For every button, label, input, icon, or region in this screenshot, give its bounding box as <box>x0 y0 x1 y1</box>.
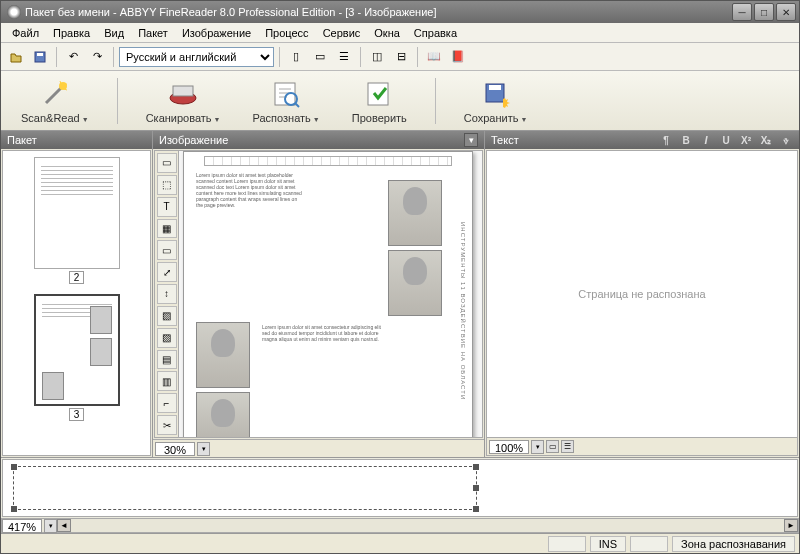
toolbar-separator <box>360 47 361 67</box>
menubar: Файл Правка Вид Пакет Изображение Процес… <box>1 23 799 43</box>
underline-icon[interactable]: U <box>719 133 733 147</box>
menu-windows[interactable]: Окна <box>367 25 407 41</box>
menu-view[interactable]: Вид <box>97 25 131 41</box>
app-icon <box>7 5 21 19</box>
toolbar-separator <box>435 78 436 124</box>
image-viewport[interactable]: Lorem ipsum dolor sit amet text placehol… <box>179 151 482 437</box>
text-zoom-bar: 100% ▾ ▭ ☰ <box>487 437 797 455</box>
image-zoom-value[interactable]: 30% <box>155 442 195 456</box>
detail-zoom-value[interactable]: 417% <box>2 519 42 533</box>
language-select[interactable]: Русский и английский <box>119 47 274 67</box>
dict-icon[interactable]: 📖 <box>423 46 445 68</box>
menu-file[interactable]: Файл <box>5 25 46 41</box>
crop-handle[interactable] <box>473 506 479 512</box>
minimize-button[interactable]: ─ <box>732 3 752 21</box>
splith-icon[interactable]: ⊟ <box>390 46 412 68</box>
menu-edit[interactable]: Правка <box>46 25 97 41</box>
layout3-icon[interactable]: ☰ <box>333 46 355 68</box>
image-zoom-bar: 30% ▾ <box>153 439 484 457</box>
toolbar-separator <box>117 78 118 124</box>
crop-frame[interactable] <box>13 466 477 510</box>
undo-icon[interactable]: ↶ <box>62 46 84 68</box>
save-button[interactable]: Сохранить▼ <box>460 76 532 126</box>
tool-text[interactable]: T <box>157 197 177 217</box>
zoom-dropdown-icon[interactable]: ▾ <box>531 440 544 454</box>
text-header: Текст ¶ B I U X² X₂ ⎀ <box>485 131 799 149</box>
tool-add1[interactable]: ▧ <box>157 306 177 326</box>
scroll-left-icon[interactable]: ◄ <box>57 519 71 532</box>
save-icon[interactable] <box>29 46 51 68</box>
save-label: Сохранить <box>464 112 519 124</box>
super-icon[interactable]: X² <box>739 133 753 147</box>
bold-icon[interactable]: B <box>679 133 693 147</box>
crop-handle[interactable] <box>473 464 479 470</box>
tool-addh[interactable]: ▤ <box>157 350 177 370</box>
tool-eraser[interactable]: ✂ <box>157 415 177 435</box>
open-icon[interactable] <box>5 46 27 68</box>
tool-add2[interactable]: ▨ <box>157 328 177 348</box>
check-icon <box>363 78 395 110</box>
crop-handle[interactable] <box>11 506 17 512</box>
zoom-dropdown-icon[interactable]: ▾ <box>44 519 57 533</box>
maximize-button[interactable]: □ <box>754 3 774 21</box>
toolbar-separator <box>417 47 418 67</box>
detail-viewport[interactable] <box>2 459 798 517</box>
window-title: Пакет без имени - ABBYY FineReader 8.0 P… <box>25 6 732 18</box>
vertical-caption: ИНСТРУМЕНТЫ 11 ВОЗДЕЙСТВИЕ НА ОБЛАСТИ <box>452 182 466 437</box>
scanread-label: Scan&Read <box>21 112 80 124</box>
check-button[interactable]: Проверить <box>348 76 411 126</box>
status-empty <box>630 536 668 552</box>
format-icon[interactable]: ⎀ <box>779 133 793 147</box>
menu-packet[interactable]: Пакет <box>131 25 175 41</box>
menu-image[interactable]: Изображение <box>175 25 258 41</box>
italic-icon[interactable]: I <box>699 133 713 147</box>
packet-thumbnails[interactable]: 2 3 <box>2 150 151 456</box>
zoom-dropdown-icon[interactable]: ▾ <box>197 442 210 456</box>
thumbnail-3[interactable]: 3 <box>9 294 144 421</box>
view-mode1-icon[interactable]: ▭ <box>546 440 559 453</box>
tool-image[interactable]: ▭ <box>157 240 177 260</box>
recognize-button[interactable]: Распознать▼ <box>249 76 324 126</box>
sub-icon[interactable]: X₂ <box>759 133 773 147</box>
svg-point-2 <box>59 82 67 90</box>
thumbnail-2[interactable]: 2 <box>9 157 144 284</box>
tool-del[interactable]: ▥ <box>157 371 177 391</box>
text-zoom-value[interactable]: 100% <box>489 440 529 454</box>
scan-label: Сканировать <box>146 112 212 124</box>
scan-button[interactable]: Сканировать▼ <box>142 76 225 126</box>
check-label: Проверить <box>352 112 407 124</box>
nonprint-icon[interactable]: ¶ <box>659 133 673 147</box>
scanread-button[interactable]: Scan&Read▼ <box>17 76 93 126</box>
view-mode2-icon[interactable]: ☰ <box>561 440 574 453</box>
tool-crop[interactable]: ⌐ <box>157 393 177 413</box>
menu-process[interactable]: Процесс <box>258 25 315 41</box>
panel-close-icon[interactable]: ▾ <box>464 133 478 147</box>
menu-service[interactable]: Сервис <box>316 25 368 41</box>
splitv-icon[interactable]: ◫ <box>366 46 388 68</box>
tool-addv[interactable]: ↕ <box>157 284 177 304</box>
layout2-icon[interactable]: ▭ <box>309 46 331 68</box>
standard-toolbar: ↶ ↷ Русский и английский ▯ ▭ ☰ ◫ ⊟ 📖 📕 <box>1 43 799 71</box>
tool-rect[interactable]: ▭ <box>157 153 177 173</box>
layout1-icon[interactable]: ▯ <box>285 46 307 68</box>
close-button[interactable]: ✕ <box>776 3 796 21</box>
not-recognized-label: Страница не распознана <box>578 288 705 300</box>
tool-pointer[interactable]: ⤢ <box>157 262 177 282</box>
crop-handle[interactable] <box>11 464 17 470</box>
photo-icon <box>196 392 250 437</box>
crop-handle[interactable] <box>473 485 479 491</box>
scroll-right-icon[interactable]: ► <box>784 519 798 532</box>
redo-icon[interactable]: ↷ <box>86 46 108 68</box>
tool-table[interactable]: ▦ <box>157 219 177 239</box>
scrollbar-track[interactable] <box>71 519 784 532</box>
statusbar: INS Зона распознавания <box>1 533 799 553</box>
ruler-icon <box>204 156 452 166</box>
packet-panel: Пакет 2 3 <box>1 131 153 457</box>
tool-zone[interactable]: ⬚ <box>157 175 177 195</box>
svg-rect-7 <box>368 83 388 105</box>
app-window: Пакет без имени - ABBYY FineReader 8.0 P… <box>0 0 800 554</box>
menu-help[interactable]: Справка <box>407 25 464 41</box>
help-icon[interactable]: 📕 <box>447 46 469 68</box>
thumb-number: 3 <box>69 408 85 421</box>
text-viewport[interactable]: Страница не распознана <box>487 151 797 437</box>
